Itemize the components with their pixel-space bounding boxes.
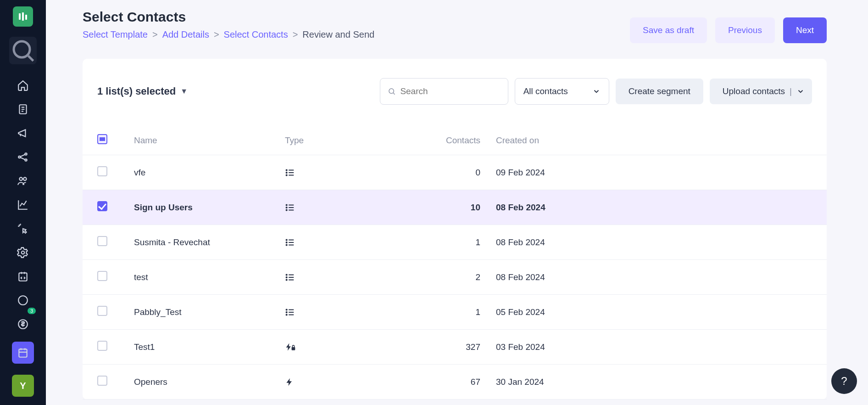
row-name: test xyxy=(134,272,285,282)
svg-point-6 xyxy=(25,153,27,155)
svg-rect-0 xyxy=(19,13,21,20)
analytics-icon[interactable] xyxy=(17,198,29,211)
create-segment-button[interactable]: Create segment xyxy=(616,79,703,104)
code-icon[interactable] xyxy=(17,270,29,283)
row-created-on: 08 Feb 2024 xyxy=(496,237,661,248)
row-checkbox[interactable] xyxy=(97,341,107,351)
notification-icon[interactable] xyxy=(17,294,29,307)
caret-down-icon: ▼ xyxy=(180,87,188,96)
main: Select Contacts Select Template > Add De… xyxy=(46,0,868,405)
row-contacts: 1 xyxy=(367,307,496,317)
svg-point-5 xyxy=(18,156,20,158)
row-checkbox[interactable] xyxy=(97,271,107,281)
header: Select Contacts Select Template > Add De… xyxy=(83,9,827,43)
svg-point-23 xyxy=(286,242,287,242)
row-contacts: 327 xyxy=(367,342,496,352)
row-name: vfe xyxy=(134,168,285,178)
row-contacts: 1 xyxy=(367,237,496,248)
table-row[interactable]: vfe009 Feb 2024 xyxy=(83,155,827,190)
upload-contacts-button[interactable]: Upload contacts | xyxy=(710,79,812,104)
col-name: Name xyxy=(134,135,285,146)
users-icon[interactable] xyxy=(17,174,29,187)
home-icon[interactable] xyxy=(17,79,29,92)
search-input-wrap[interactable] xyxy=(380,78,508,105)
svg-point-25 xyxy=(286,274,287,275)
share-icon[interactable] xyxy=(17,151,29,163)
help-fab[interactable]: ? xyxy=(831,368,857,394)
row-type-icon xyxy=(285,202,367,213)
row-created-on: 30 Jan 2024 xyxy=(496,377,661,387)
row-contacts: 0 xyxy=(367,168,496,178)
row-created-on: 08 Feb 2024 xyxy=(496,202,661,213)
row-name: Test1 xyxy=(134,342,285,352)
megaphone-icon[interactable] xyxy=(17,127,29,140)
row-type-icon xyxy=(285,377,367,387)
table-row[interactable]: Openers6730 Jan 2024 xyxy=(83,365,827,399)
row-type-icon xyxy=(285,272,367,282)
sidebar-search[interactable] xyxy=(9,37,37,64)
svg-point-30 xyxy=(286,314,287,315)
next-button[interactable]: Next xyxy=(783,17,827,43)
user-avatar[interactable]: Y xyxy=(12,375,34,397)
table-row[interactable]: test208 Feb 2024 xyxy=(83,260,827,295)
svg-rect-1 xyxy=(22,12,24,21)
crumb-select-contacts[interactable]: Select Contacts xyxy=(224,29,288,40)
document-icon[interactable] xyxy=(17,103,29,116)
row-checkbox[interactable] xyxy=(97,236,107,246)
svg-rect-2 xyxy=(25,15,27,20)
select-all-checkbox[interactable] xyxy=(97,134,107,144)
svg-point-24 xyxy=(286,244,287,245)
row-created-on: 05 Feb 2024 xyxy=(496,307,661,317)
row-checkbox[interactable] xyxy=(97,201,107,211)
save-draft-button[interactable]: Save as draft xyxy=(630,17,707,43)
contacts-table: Name Type Contacts Created on vfe009 Feb… xyxy=(83,126,827,399)
breadcrumb: Select Template > Add Details > Select C… xyxy=(83,29,374,40)
calendar-icon[interactable] xyxy=(12,342,34,364)
row-created-on: 09 Feb 2024 xyxy=(496,168,661,178)
table-row[interactable]: Susmita - Revechat108 Feb 2024 xyxy=(83,225,827,260)
row-name: Sign up Users xyxy=(134,202,285,213)
chevron-right-icon: > xyxy=(293,29,298,40)
row-type-icon xyxy=(285,237,367,248)
svg-point-16 xyxy=(286,169,287,170)
chevron-down-icon xyxy=(592,87,601,96)
row-checkbox[interactable] xyxy=(97,306,107,316)
previous-button[interactable]: Previous xyxy=(715,17,775,43)
table-row[interactable]: Pabbly_Test105 Feb 2024 xyxy=(83,295,827,330)
selected-count-label: 1 list(s) selected xyxy=(97,85,176,97)
svg-point-3 xyxy=(14,41,30,57)
svg-point-29 xyxy=(286,311,287,312)
upload-contacts-label: Upload contacts xyxy=(723,86,785,96)
row-created-on: 03 Feb 2024 xyxy=(496,342,661,352)
crumb-select-template[interactable]: Select Template xyxy=(83,29,148,40)
app-logo[interactable] xyxy=(13,6,33,27)
gear-icon[interactable] xyxy=(17,246,29,259)
click-icon[interactable] xyxy=(17,222,29,235)
table-row[interactable]: Sign up Users1008 Feb 2024 xyxy=(83,190,827,225)
crumb-add-details[interactable]: Add Details xyxy=(162,29,209,40)
svg-point-15 xyxy=(389,89,394,93)
sidebar: Y 3 xyxy=(0,0,46,405)
row-contacts: 2 xyxy=(367,272,496,282)
billing-icon[interactable] xyxy=(17,318,29,331)
filter-select[interactable]: All contacts xyxy=(515,78,609,105)
search-input[interactable] xyxy=(400,86,500,96)
svg-point-18 xyxy=(286,174,287,175)
row-name: Susmita - Revechat xyxy=(134,237,285,248)
row-name: Openers xyxy=(134,377,285,387)
notification-badge: 3 xyxy=(28,308,36,314)
svg-point-8 xyxy=(19,177,22,180)
table-row[interactable]: Test132703 Feb 2024 xyxy=(83,330,827,365)
selected-count-dropdown[interactable]: 1 list(s) selected ▼ xyxy=(97,85,188,97)
svg-point-10 xyxy=(22,251,25,254)
filter-value: All contacts xyxy=(523,86,568,96)
help-icon: ? xyxy=(841,375,847,388)
row-checkbox[interactable] xyxy=(97,376,107,386)
row-name: Pabbly_Test xyxy=(134,307,285,317)
row-checkbox[interactable] xyxy=(97,166,107,176)
svg-point-17 xyxy=(286,172,287,173)
chevron-right-icon: > xyxy=(214,29,219,40)
svg-point-26 xyxy=(286,276,287,277)
svg-point-22 xyxy=(286,239,287,240)
nav-list: Y xyxy=(12,79,34,397)
